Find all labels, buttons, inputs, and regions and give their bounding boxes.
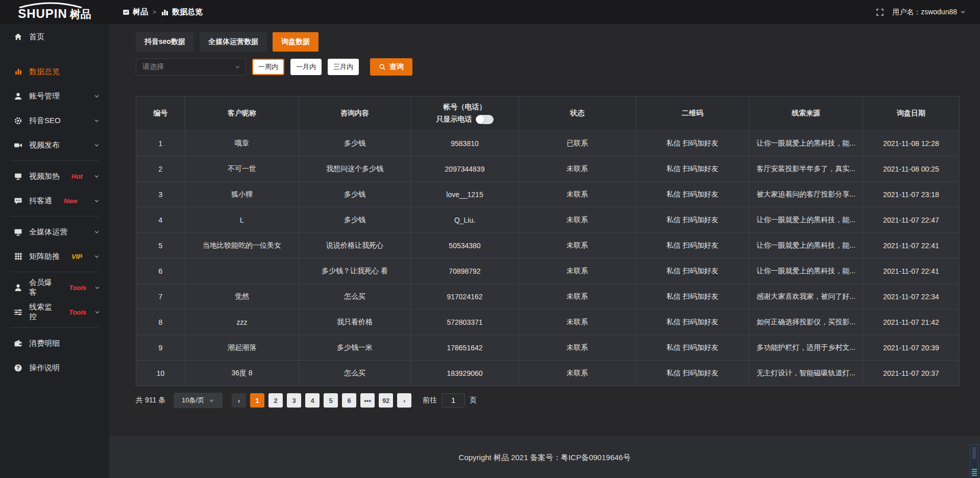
goto-label: 前往 [423,396,437,405]
sidebar-item-douyin-seo[interactable]: 抖音SEO [0,108,109,133]
sidebar: 首页数据总览账号管理抖音SEO视频发布视频加热Hot抖客通New全媒体运营矩阵助… [0,25,109,478]
sidebar-item-douketong[interactable]: 抖客通New [0,188,109,213]
phone-only-toggle[interactable] [476,115,494,124]
user-icon [14,92,22,101]
page-button-4[interactable]: 4 [305,393,320,408]
screen-icon [14,172,22,181]
cell-account: 178651642 [411,335,519,361]
next-page-button[interactable]: › [397,393,411,408]
cell-qrcode-action[interactable]: 私信 扫码加好友 [636,156,749,182]
cell-nickname: 狐小狸 [185,182,299,207]
pagination: 共 911 条 10条/页 ‹ 123456•••92 › 前往 页 [136,393,960,408]
side-extension-widget[interactable] [970,444,978,478]
page-button-92[interactable]: 92 [379,393,393,408]
cell-status: 未联系 [519,233,636,258]
sidebar-item-matrix-boost[interactable]: 矩阵助推VIP [0,244,109,269]
home-icon [14,33,22,41]
sidebar-item-all-media-operation[interactable]: 全媒体运营 [0,220,109,244]
app-logo: SHUPIN 树品 [0,0,109,25]
user-menu[interactable]: 用户名：zswodun88 [892,8,966,17]
cell-qrcode-action[interactable]: 私信 扫码加好友 [636,284,749,309]
cell-qrcode-action[interactable]: 私信 扫码加好友 [636,233,749,258]
chevron-down-icon [93,309,101,315]
page-button-5[interactable]: 5 [324,393,338,408]
sidebar-item-member-baoke[interactable]: 会员爆客Tools [0,275,109,300]
page-button-3[interactable]: 3 [287,393,301,408]
cell-qrcode-action[interactable]: 私信 扫码加好友 [636,335,749,361]
cell-lead-source[interactable]: 让你一眼就爱上的黑科技，能... [749,233,863,258]
page-button-6[interactable]: 6 [342,393,356,408]
cell-qrcode-action[interactable]: 私信 扫码加好友 [636,361,749,386]
cell-qrcode-action[interactable]: 私信 扫码加好友 [636,131,749,156]
sidebar-divider [10,160,99,161]
sidebar-item-video-publish[interactable]: 视频发布 [0,133,109,157]
cell-lead-source[interactable]: 被大家追着问的客厅投影分享... [749,182,863,207]
sidebar-item-data-overview[interactable]: 数据总览 [0,59,109,84]
cell-lead-source[interactable]: 感谢大家喜欢我家，被问了好... [749,284,863,309]
cell-number: 3 [136,182,185,207]
cell-lead-source[interactable]: 让你一眼就爱上的黑科技，能... [749,258,863,284]
cell-nickname: 哦章 [185,131,299,156]
page-number-buttons: 123456•••92 [250,393,393,408]
period-button-month[interactable]: 一月内 [290,59,322,75]
sidebar-item-home[interactable]: 首页 [0,25,109,49]
tools-badge: Tools [69,284,86,292]
sidebar-item-lead-monitoring[interactable]: 线索监控Tools [0,300,109,324]
period-button-week[interactable]: 一周内 [252,59,284,75]
cell-lead-source[interactable]: 无主灯设计，智能磁吸轨道灯... [749,361,863,386]
cell-qrcode-action[interactable]: 私信 扫码加好友 [636,207,749,233]
page-ellipsis-button[interactable]: ••• [360,393,375,408]
cell-consult-content: 多少钱？让我死心 看 [299,258,411,284]
cell-qrcode-action[interactable]: 私信 扫码加好友 [636,182,749,207]
period-button-quarter[interactable]: 三月内 [328,59,359,75]
cell-consult-content: 说说价格让我死心 [299,233,411,258]
date-range-select[interactable]: 请选择 [136,58,246,76]
sidebar-item-label: 线索监控 [29,302,57,322]
phone-only-label: 只显示电话 [436,115,472,124]
column-header-account: 帐号（电话） 只显示电话 [411,97,519,131]
query-button[interactable]: 查询 [370,58,412,76]
sidebar-item-operation-guide[interactable]: ?操作说明 [0,355,109,380]
wallet-icon [14,339,22,348]
page-button-1[interactable]: 1 [250,393,264,408]
cell-lead-source[interactable]: 多功能护栏灯，适用于乡村文... [749,335,863,361]
column-header-lead-source: 线索来源 [749,97,863,131]
cell-qrcode-action[interactable]: 私信 扫码加好友 [636,258,749,284]
cell-qrcode-action[interactable]: 私信 扫码加好友 [636,309,749,335]
breadcrumb-root[interactable]: 树品 [122,7,148,17]
sidebar-item-consumption-details[interactable]: 消费明细 [0,331,109,355]
breadcrumb: 树品 > 数据总览 [122,7,203,17]
cell-account: 2097344839 [411,156,519,182]
cell-lead-source[interactable]: 让你一眼就爱上的黑科技，能... [749,131,863,156]
cell-account: 9583810 [411,131,519,156]
chevron-down-icon [209,398,214,403]
tab-inquiry-data[interactable]: 询盘数据 [273,32,318,52]
cell-account: 70898792 [411,258,519,284]
sidebar-item-video-heating[interactable]: 视频加热Hot [0,164,109,188]
cell-status: 已联系 [519,131,636,156]
bar-chart-icon [161,8,169,16]
tab-media-operation-data[interactable]: 全媒体运营数据 [200,32,267,52]
cell-lead-source[interactable]: 让你一眼就爱上的黑科技，能... [749,207,863,233]
sidebar-divider [10,327,99,328]
table-row: 4L多少钱Q_Liu.未联系私信 扫码加好友让你一眼就爱上的黑科技，能...20… [136,207,960,233]
cell-consult-content: 我想问这个多少钱 [299,156,411,182]
cell-lead-source[interactable]: 客厅安装投影半年多了，真实... [749,156,863,182]
hot-badge: Hot [71,173,83,180]
cell-status: 未联系 [519,258,636,284]
goto-page-input[interactable] [442,393,465,408]
column-header-consult-content: 咨询内容 [299,97,411,131]
fullscreen-icon[interactable] [876,8,884,16]
cell-lead-source[interactable]: 如何正确选择投影仪，买投影... [749,309,863,335]
page-button-2[interactable]: 2 [268,393,283,408]
prev-page-button[interactable]: ‹ [232,393,246,408]
column-header-qrcode: 二维码 [636,97,749,131]
chevron-down-icon [92,142,101,148]
column-header-number: 编号 [136,97,185,131]
cell-nickname: 潮起潮落 [185,335,299,361]
sidebar-item-account-management[interactable]: 账号管理 [0,84,109,108]
tab-douyin-seo-data[interactable]: 抖音seo数据 [136,32,194,52]
top-header: SHUPIN 树品 树品 > 数据总览 用户名：zswodun88 [0,0,980,25]
page-size-select[interactable]: 10条/页 [174,393,223,408]
chevron-down-icon [235,64,240,70]
